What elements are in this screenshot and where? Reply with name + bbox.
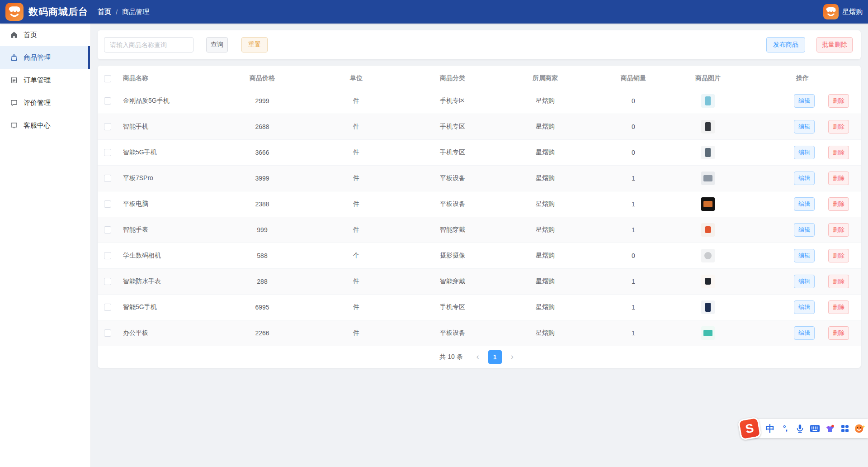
product-name: 办公平板 — [118, 320, 222, 346]
product-category: 手机专区 — [410, 114, 495, 139]
delete-button[interactable]: 删除 — [828, 249, 849, 262]
app-header: 数码商城后台 首页 / 商品管理 星熠购 — [0, 0, 868, 24]
pagination-page-1[interactable]: 1 — [488, 350, 502, 364]
sidebar-item-reviews[interactable]: 评价管理 — [0, 91, 90, 114]
sidebar-item-label: 首页 — [24, 31, 37, 39]
sidebar-item-home[interactable]: 首页 — [0, 24, 90, 46]
ime-toolbox-icon[interactable] — [837, 420, 852, 437]
product-merchant: 星熠购 — [495, 165, 595, 191]
row-checkbox[interactable] — [104, 175, 111, 182]
product-name: 金刚品质5G手机 — [118, 88, 222, 114]
row-checkbox[interactable] — [104, 278, 111, 285]
edit-button[interactable]: 编辑 — [794, 120, 815, 133]
row-checkbox[interactable] — [104, 97, 111, 105]
product-name: 智能手表 — [118, 217, 222, 243]
sidebar-item-products[interactable]: 商品管理 — [0, 46, 90, 69]
breadcrumb-home[interactable]: 首页 — [98, 8, 111, 16]
app-title: 数码商城后台 — [28, 5, 88, 18]
col-header-name: 商品名称 — [118, 69, 222, 88]
edit-button[interactable]: 编辑 — [794, 172, 815, 185]
product-merchant: 星熠购 — [495, 191, 595, 217]
row-checkbox[interactable] — [104, 304, 111, 311]
ime-mic-icon[interactable] — [793, 420, 807, 437]
edit-button[interactable]: 编辑 — [794, 197, 815, 211]
ime-punctuation-icon[interactable]: °, — [778, 420, 793, 437]
publish-product-button[interactable]: 发布商品 — [766, 37, 805, 52]
main-content: 查询 重置 发布商品 批量删除 商品名称 商品价格 单位 商品分类 所属商家 商… — [90, 24, 868, 368]
table-row: 办公平板 2266 件 平板设备 星熠购 1 编辑 删除 — [98, 320, 861, 346]
delete-button[interactable]: 删除 — [828, 197, 849, 211]
sidebar-item-orders[interactable]: 订单管理 — [0, 69, 90, 91]
table-row: 智能防水手表 288 件 智能穿戴 星熠购 1 编辑 删除 — [98, 268, 861, 294]
product-price: 3999 — [222, 165, 303, 191]
product-sales: 0 — [595, 139, 672, 165]
delete-button[interactable]: 删除 — [828, 223, 849, 237]
product-category: 平板设备 — [410, 165, 495, 191]
ime-skin-icon[interactable] — [822, 420, 837, 437]
product-unit: 件 — [303, 139, 410, 165]
ime-emoji-icon[interactable] — [852, 420, 867, 437]
ime-keyboard-icon[interactable] — [807, 420, 822, 437]
product-image — [701, 94, 715, 108]
search-input[interactable] — [104, 37, 193, 52]
batch-delete-button[interactable]: 批量删除 — [816, 37, 853, 52]
product-merchant: 星熠购 — [495, 243, 595, 268]
product-image — [701, 197, 715, 211]
delete-button[interactable]: 删除 — [828, 146, 849, 159]
product-category: 智能穿戴 — [410, 268, 495, 294]
product-name: 智能5G手机 — [118, 294, 222, 320]
edit-button[interactable]: 编辑 — [794, 300, 815, 314]
col-header-sales: 商品销量 — [595, 69, 672, 88]
product-unit: 件 — [303, 165, 410, 191]
edit-button[interactable]: 编辑 — [794, 223, 815, 237]
reset-button[interactable]: 重置 — [241, 37, 268, 52]
product-unit: 件 — [303, 88, 410, 114]
pagination-next-button[interactable]: › — [505, 350, 519, 364]
product-sales: 0 — [595, 114, 672, 139]
row-checkbox[interactable] — [104, 149, 111, 156]
product-sales: 1 — [595, 191, 672, 217]
product-price: 6995 — [222, 294, 303, 320]
table-row: 智能手机 2688 件 手机专区 星熠购 0 编辑 删除 — [98, 114, 861, 139]
user-chip[interactable]: 星熠购 — [823, 4, 868, 19]
query-button[interactable]: 查询 — [206, 37, 228, 52]
pagination-total: 共 10 条 — [439, 353, 462, 361]
app-logo-icon — [5, 3, 24, 21]
delete-button[interactable]: 删除 — [828, 120, 849, 133]
delete-button[interactable]: 删除 — [828, 275, 849, 288]
delete-button[interactable]: 删除 — [828, 300, 849, 314]
row-checkbox[interactable] — [104, 200, 111, 208]
product-image — [701, 120, 715, 133]
product-merchant: 星熠购 — [495, 320, 595, 346]
ime-language-mode[interactable]: 中 — [763, 420, 778, 437]
edit-button[interactable]: 编辑 — [794, 94, 815, 108]
edit-button[interactable]: 编辑 — [794, 249, 815, 262]
product-sales: 1 — [595, 294, 672, 320]
brand: 数码商城后台 — [0, 3, 90, 21]
select-all-checkbox[interactable] — [104, 75, 111, 82]
col-header-unit: 单位 — [303, 69, 410, 88]
edit-button[interactable]: 编辑 — [794, 146, 815, 159]
product-image — [701, 249, 715, 262]
row-checkbox[interactable] — [104, 329, 111, 337]
delete-button[interactable]: 删除 — [828, 326, 849, 340]
product-category: 摄影摄像 — [410, 243, 495, 268]
delete-button[interactable]: 删除 — [828, 94, 849, 108]
product-unit: 件 — [303, 114, 410, 139]
sogou-logo-icon[interactable]: S — [737, 416, 761, 440]
product-sales: 0 — [595, 88, 672, 114]
row-checkbox[interactable] — [104, 252, 111, 259]
sidebar-item-support[interactable]: 客服中心 — [0, 114, 90, 137]
product-sales: 0 — [595, 243, 672, 268]
pagination-prev-button[interactable]: ‹ — [471, 350, 485, 364]
product-sales: 1 — [595, 217, 672, 243]
delete-button[interactable]: 删除 — [828, 172, 849, 185]
product-merchant: 星熠购 — [495, 114, 595, 139]
row-checkbox[interactable] — [104, 123, 111, 130]
product-table-card: 商品名称 商品价格 单位 商品分类 所属商家 商品销量 商品图片 操作 金刚品质… — [98, 66, 861, 368]
edit-button[interactable]: 编辑 — [794, 326, 815, 340]
edit-button[interactable]: 编辑 — [794, 275, 815, 288]
row-checkbox[interactable] — [104, 226, 111, 234]
product-table: 商品名称 商品价格 单位 商品分类 所属商家 商品销量 商品图片 操作 金刚品质… — [98, 69, 861, 346]
product-name: 智能防水手表 — [118, 268, 222, 294]
